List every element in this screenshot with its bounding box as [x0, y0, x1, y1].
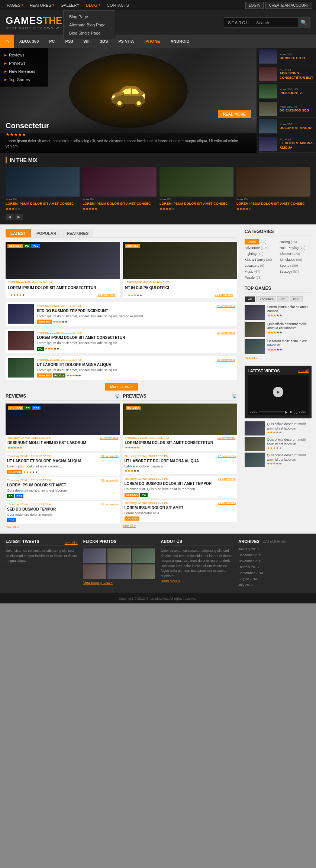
list-comments-2[interactable]: 23 comments [217, 331, 235, 334]
flickr-view-more[interactable]: View more photos » [83, 581, 155, 584]
review-comments-1[interactable]: 23 comments [100, 454, 118, 458]
cat-kids-family[interactable]: Kids & Family (25) [245, 257, 277, 262]
article-comments-2[interactable]: 23 comments [213, 292, 235, 297]
mix-prev-button[interactable]: ◀ [6, 214, 14, 220]
cat-action[interactable]: Action (293) [245, 239, 277, 244]
sidebar-game-3[interactable]: Xbox 360, Wii INCIDIDUNT 2 [257, 83, 316, 100]
review-comments-3[interactable]: 23 comments [100, 503, 118, 506]
review-comments-2[interactable]: 23 comments [100, 479, 118, 482]
archive-aug[interactable]: August 2013 [238, 576, 310, 582]
reviews-see-all[interactable]: See all » [6, 525, 120, 529]
preview-comments-3[interactable]: 23 comments [218, 501, 236, 505]
top-game-2[interactable]: Quis officia deserunt mollit anim id est… [245, 322, 312, 337]
nav-iphone[interactable]: iPhone [139, 35, 165, 48]
top-game-3[interactable]: Deserunt mollit anim id est lablorum ★★★… [245, 339, 312, 354]
archive-sep[interactable]: September 2013 [238, 570, 310, 576]
tweets-see-all[interactable]: See all » [65, 541, 78, 545]
video-player[interactable] [248, 375, 309, 409]
preview-list-2[interactable]: Thursday 22 Mar, 2013 12:37 PM 23 commen… [123, 476, 238, 498]
dropdown-blog-single[interactable]: Blog Single Page [64, 29, 115, 37]
dropdown-previews[interactable]: ▶ Previews [0, 59, 48, 67]
video-thumb-2[interactable]: Quis officia deserunt mollit anim id est… [245, 437, 312, 451]
tg-tab-all[interactable]: All [245, 296, 255, 302]
tg-tab-xbox360[interactable]: Xbox360 [256, 296, 276, 302]
preview-comments-2[interactable]: 23 comments [218, 477, 236, 480]
videos-see-all[interactable]: See all [298, 369, 309, 373]
top-games-see-all[interactable]: See all » [245, 356, 312, 360]
video-thumb-3[interactable]: Quis officia deserunt mollit anim id est… [245, 453, 312, 467]
tab-features[interactable]: FEATURES [62, 229, 93, 237]
mix-item-2[interactable]: Xbox Wii LOREM IPSUM DOLOR SIT AMET CONS… [83, 167, 157, 211]
archive-jul[interactable]: July 2013 [238, 582, 310, 587]
cat-sports[interactable]: Sports (189) [280, 263, 312, 268]
cat-puzzle[interactable]: Puzzle (23) [245, 275, 277, 280]
tg-tab-ps3[interactable]: PS3 [290, 296, 303, 302]
flickr-thumb-1[interactable] [83, 548, 107, 563]
tab-latest[interactable]: LATEST [6, 229, 31, 237]
nav-xbox360[interactable]: XBOX 360 [14, 35, 44, 48]
login-button[interactable]: LOGIN [245, 2, 264, 9]
mix-item-3[interactable]: Xbox Wii LOREM IPSUM DOLOR SIT AMET CONS… [159, 167, 233, 211]
cat-roleplaying[interactable]: Role-Playing (72) [280, 245, 312, 250]
nav-blog[interactable]: BLOG ▾ [83, 0, 103, 10]
article-card-1[interactable]: Xbox360 PC PS3 Thursday 22 Mar, 2013 12:… [6, 242, 120, 298]
previews-see-all[interactable]: See all » [123, 524, 238, 528]
preview-list-1[interactable]: Thursday 22 Mar, 2013 12:37 PM 23 commen… [123, 453, 238, 474]
search-button[interactable]: 🔍 [298, 18, 310, 27]
list-article-3[interactable]: Thursday 22 Mar, 2013 12:37 PM 23 commen… [6, 356, 237, 380]
sidebar-game-5[interactable]: Xbox 360 DOLORE AT MAGNA [257, 118, 316, 135]
nav-pc[interactable]: PC [44, 35, 60, 48]
cat-adventure[interactable]: Adventure (198) [245, 245, 277, 250]
mix-item-1[interactable]: Xbox Wii LOREM IPSUM DOLOR SIT AMET CONS… [6, 167, 80, 211]
previews-rss-icon[interactable]: 📡 [232, 393, 237, 399]
flickr-thumb-3[interactable] [132, 548, 155, 563]
article-comments-1[interactable]: 26 comments [95, 292, 117, 297]
flickr-thumb-4[interactable] [83, 564, 107, 579]
cat-strategy[interactable]: Strategy (57) [280, 269, 312, 274]
cat-fighting[interactable]: Fighting (52) [245, 251, 277, 256]
list-comments-3[interactable]: 23 comments [217, 358, 235, 362]
video-pause-ctrl[interactable]: ⏸ [289, 410, 293, 414]
nav-android[interactable]: Android [165, 35, 194, 48]
create-account-button[interactable]: CREATE AN ACCOUNT [265, 2, 312, 9]
preview-comments-main[interactable]: 23 comments [217, 436, 235, 440]
article-card-2[interactable]: Xbox360 Thursday 22 Mar, 2013 12:37 PM N… [123, 242, 238, 298]
sidebar-game-1[interactable]: Xbox 360 CONSECTETUR [257, 48, 316, 65]
tg-tab-pc[interactable]: PC [277, 296, 289, 302]
video-thumb-1[interactable]: Quis officia deserunt mollit anim id est… [245, 421, 312, 435]
dropdown-new-releases[interactable]: ▶ New Releases [0, 67, 48, 75]
list-article-2[interactable]: Thursday 22 Mar, 2013 12:37 PM 23 commen… [6, 329, 237, 353]
nav-pages[interactable]: PAGES ▾ [4, 0, 26, 10]
nav-contacts[interactable]: CONTACTS [104, 0, 132, 10]
list-comments-1[interactable]: 23 comments [217, 304, 235, 308]
video-progress-bar[interactable] [259, 411, 284, 412]
nav-psvita[interactable]: PS Vita [113, 35, 139, 48]
home-button[interactable]: ⌂ [0, 35, 14, 48]
cat-music[interactable]: Music (67) [245, 269, 277, 274]
video-play-ctrl[interactable]: ▶ [285, 410, 288, 414]
reviews-rss-icon[interactable]: 📡 [115, 393, 120, 399]
cat-lucasarts[interactable]: Lucasarts (0) [245, 263, 277, 268]
archive-dec[interactable]: December 2013 [238, 552, 310, 558]
sidebar-game-2[interactable]: PC, PS3 ADIPISCING CONSECTETUR ELIT [257, 65, 316, 83]
about-read-more[interactable]: Read more » [161, 579, 180, 583]
mix-item-4[interactable]: Xbox Wii LOREM IPSUM DOLOR SIT AMET CONS… [236, 167, 310, 211]
dropdown-blog-page[interactable]: Blog Page [64, 13, 115, 21]
review-comments-main[interactable]: 23 comments [100, 436, 118, 440]
review-list-3[interactable]: Thursday 22 Mar, 2013 12:37 PM 23 commen… [6, 501, 120, 524]
search-input[interactable] [253, 19, 298, 27]
flickr-thumb-5[interactable] [107, 564, 131, 579]
dropdown-top-games[interactable]: ▶ Top Games [0, 75, 48, 84]
review-list-2[interactable]: Thursday 22 Mar, 2013 12:37 PM 23 commen… [6, 477, 120, 500]
top-game-1[interactable]: Lorem ipsum dolor sit amet consec ★★★★★ [245, 305, 312, 320]
read-more-button[interactable]: READ MORE [218, 110, 251, 118]
flickr-thumb-2[interactable] [107, 548, 131, 563]
cat-shooter[interactable]: Shooter (174) [280, 251, 312, 256]
dropdown-alternate-blog[interactable]: Alternate Blog Page [64, 21, 115, 29]
tab-popular[interactable]: POPULAR [32, 229, 61, 237]
nav-features[interactable]: FEATURES ▾ [27, 0, 57, 10]
preview-card-main[interactable]: Xbox360 Thursday 22 Mar, 2013 12:37 PM 2… [123, 404, 238, 451]
archive-nov[interactable]: November 2013 [238, 558, 310, 564]
review-card-main[interactable]: Xbox360 PC PS3 Thursday 22 Mar, 2013 12:… [6, 404, 120, 451]
nav-gallery[interactable]: GALLERY [58, 0, 83, 10]
